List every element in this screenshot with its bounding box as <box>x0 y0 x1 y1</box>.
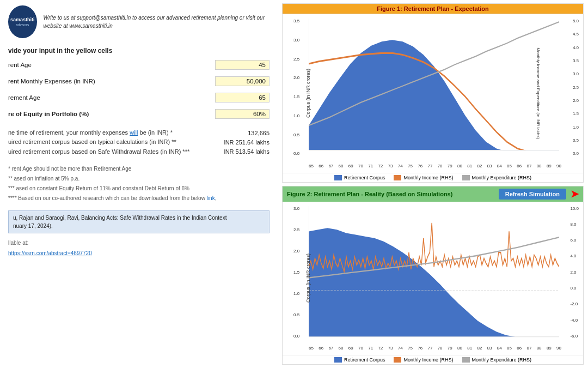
red-arrow-icon: ➤ <box>571 188 579 200</box>
legend2-income-color <box>394 357 401 363</box>
chart1-x-labels: 6566676869707172737475767778798081828384… <box>309 164 561 168</box>
input-row-monthly-expenses: rent Monthly Expenses (in INR) <box>8 76 270 86</box>
input-row-current-age: rent Age <box>8 60 270 70</box>
logo-main: samasthiti <box>10 17 35 23</box>
legend2-exp-label: Monthly Expenditure (RHS) <box>472 357 532 363</box>
chart2-area: Corpus (in INR crores) 3.02.52.01.51.00.… <box>283 202 583 355</box>
chart1-legend: Retirement Corpus Monthly Income (RHS) M… <box>283 173 583 182</box>
legend2-corpus-label: Retirement Corpus <box>344 357 385 363</box>
result-row-typical: uired retirement corpus based on typical… <box>8 138 270 146</box>
refresh-simulation-button[interactable]: Refresh Simulation <box>499 189 566 200</box>
equity-input[interactable] <box>215 109 270 119</box>
equity-label: re of Equity in Portfolio (%) <box>8 111 211 117</box>
retirement-age-input[interactable] <box>215 93 270 102</box>
legend-income-label: Monthly Income (RHS) <box>403 175 453 180</box>
chart2-y-left-label: Corpus (in INR crores) <box>305 254 311 303</box>
chart2-legend: Retirement Corpus Monthly Income (RHS) M… <box>283 355 583 364</box>
note-3: *** ased on constant Equity Return of 11… <box>8 184 270 193</box>
chart1-y-left-label: Corpus (in INR crores) <box>305 69 311 118</box>
logo: samasthiti advisors <box>8 5 37 38</box>
logo-sub: advisors <box>16 23 29 27</box>
citation-box: u, Rajan and Saraogi, Ravi, Balancing Ac… <box>8 210 270 233</box>
chart1-y-right-label: Monthly Income and Expenditure (in INR l… <box>536 47 541 139</box>
chart1-container: Figure 1: Retirement Plan - Expectation … <box>282 3 584 183</box>
legend2-exp-color <box>462 357 470 363</box>
chart1-area: Corpus (in INR crores) Monthly Income an… <box>283 14 583 173</box>
chart1-title: Figure 1: Retirement Plan - Expectation <box>283 4 583 14</box>
legend2-income-label: Monthly Income (RHS) <box>403 357 453 363</box>
current-age-label: rent Age <box>8 62 211 68</box>
legend-corpus-color <box>334 175 342 180</box>
chart2-x-labels: 6566676869707172737475767778798081828384… <box>309 346 561 351</box>
chart2-title-bar: Figure 2: Retirement Plan - Reality (Bas… <box>283 186 583 202</box>
result-value-expenses: 132,665 <box>199 130 270 136</box>
chart2-y-right-values: 10.08.06.04.02.00.0-2.0-4.0-6.0 <box>570 206 579 339</box>
result-label-typical: uired retirement corpus based on typical… <box>8 138 199 146</box>
monthly-expenses-label: rent Monthly Expenses (in INR) <box>8 78 211 85</box>
result-value-typical: INR 251.64 lakhs <box>199 139 270 146</box>
svg-marker-5 <box>309 228 559 337</box>
current-age-input[interactable] <box>215 60 270 70</box>
result-value-swr: INR 513.54 lakhs <box>199 148 270 155</box>
chart2-title: Figure 2: Retirement Plan - Reality (Bas… <box>287 191 452 197</box>
chart2-y-left-values: 3.02.52.01.51.00.50.0 <box>293 206 299 339</box>
chart1-y-left-values: 3.53.02.52.01.51.00.50.0 <box>293 19 299 156</box>
chart2-container: Figure 2: Retirement Plan - Reality (Bas… <box>282 186 584 365</box>
result-label-swr: uired retirement corpus based on Safe Wi… <box>8 148 199 156</box>
ssrn-link[interactable]: https://ssrn.com/abstract=4697720 <box>8 250 270 256</box>
legend-corpus-label: Retirement Corpus <box>344 175 385 180</box>
result-label-expenses: ne time of retirement, your monthly expe… <box>8 129 199 137</box>
retirement-age-label: rement Age <box>8 94 211 101</box>
chart2-svg <box>309 206 559 341</box>
note-2: ** ased on inflation at 5% p.a. <box>8 174 270 183</box>
result-row-swr: uired retirement corpus based on Safe Wi… <box>8 148 270 156</box>
legend2-corpus-color <box>334 357 342 363</box>
result-row-expenses: ne time of retirement, your monthly expe… <box>8 129 270 137</box>
available-text: llable at: <box>8 240 270 246</box>
notes-section: * rent Age should not be more than Retir… <box>8 165 270 204</box>
input-row-retirement-age: rement Age <box>8 93 270 102</box>
chart1-svg <box>309 19 559 159</box>
legend-income-color <box>394 175 401 180</box>
chart1-y-right-values: 5.04.54.03.53.02.52.01.51.00.50.0 <box>573 19 579 156</box>
legend-exp-color <box>462 175 470 180</box>
tagline: Write to us at support@samasthiti.in to … <box>44 14 270 30</box>
monthly-expenses-input[interactable] <box>215 76 270 86</box>
note-4: **** Based on our co-authored research w… <box>8 194 270 203</box>
section-header: vide your input in the yellow cells <box>8 47 270 55</box>
input-row-equity: re of Equity in Portfolio (%) <box>8 109 270 119</box>
note-1: * rent Age should not be more than Retir… <box>8 165 270 173</box>
legend-exp-label: Monthly Expenditure (RHS) <box>472 175 532 180</box>
